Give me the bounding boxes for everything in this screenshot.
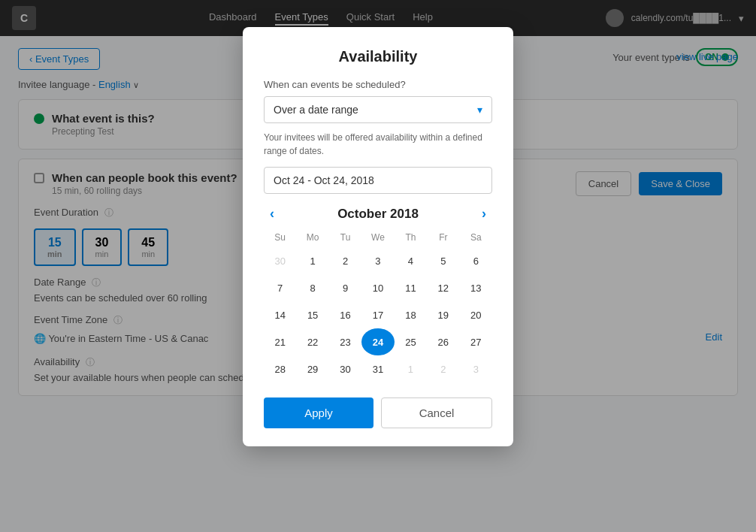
calendar-day[interactable]: 30 [329, 355, 361, 382]
modal-cancel-button[interactable]: Cancel [381, 397, 492, 428]
calendar-day[interactable]: 7 [264, 274, 296, 301]
chevron-down-icon: ▾ [477, 104, 482, 116]
calendar-day[interactable]: 23 [329, 328, 361, 355]
calendar-day[interactable]: 19 [427, 301, 459, 328]
weekday-label: Mo [296, 229, 328, 247]
calendar-grid: SuMoTuWeThFrSa 3012345678910111213141516… [264, 229, 492, 382]
modal-title: Availability [264, 48, 492, 65]
prev-month-button[interactable]: ‹ [264, 206, 280, 222]
modal-question: When can events be scheduled? [264, 79, 492, 90]
calendar-month: October 2018 [337, 207, 419, 222]
calendar-day[interactable]: 21 [264, 328, 296, 355]
calendar-day[interactable]: 6 [460, 247, 492, 274]
calendar-day[interactable]: 4 [395, 247, 427, 274]
weekday-label: Su [264, 229, 296, 247]
date-range-input[interactable] [264, 167, 492, 194]
calendar-day[interactable]: 1 [395, 355, 427, 382]
availability-modal: Availability When can events be schedule… [243, 27, 513, 446]
calendar-day[interactable]: 18 [395, 301, 427, 328]
calendar-day[interactable]: 26 [427, 328, 459, 355]
weekday-label: We [361, 229, 394, 247]
calendar-day[interactable]: 20 [460, 301, 492, 328]
calendar-day[interactable]: 3 [361, 247, 394, 274]
apply-button[interactable]: Apply [264, 397, 373, 428]
calendar-day[interactable]: 12 [427, 274, 459, 301]
modal-actions: Apply Cancel [264, 397, 492, 428]
calendar-day[interactable]: 24 [361, 328, 394, 355]
calendar-day[interactable]: 15 [296, 301, 328, 328]
weekday-label: Tu [329, 229, 361, 247]
calendar-day[interactable]: 17 [361, 301, 394, 328]
modal-info-text: Your invitees will be offered availabili… [264, 131, 492, 158]
next-month-button[interactable]: › [476, 206, 492, 222]
calendar-day[interactable]: 5 [427, 247, 459, 274]
calendar-day[interactable]: 8 [296, 274, 328, 301]
calendar-day[interactable]: 31 [361, 355, 394, 382]
calendar-day[interactable]: 3 [460, 355, 492, 382]
calendar-day[interactable]: 13 [460, 274, 492, 301]
calendar-day[interactable]: 10 [361, 274, 394, 301]
calendar-header: ‹ October 2018 › [264, 206, 492, 222]
calendar-day[interactable]: 16 [329, 301, 361, 328]
calendar-day[interactable]: 22 [296, 328, 328, 355]
calendar-day[interactable]: 29 [296, 355, 328, 382]
calendar-day[interactable]: 2 [329, 247, 361, 274]
schedule-type-dropdown[interactable]: Over a date range ▾ [264, 96, 492, 123]
calendar-day[interactable]: 9 [329, 274, 361, 301]
calendar-day[interactable]: 25 [395, 328, 427, 355]
calendar-day[interactable]: 30 [264, 247, 296, 274]
calendar-day[interactable]: 1 [296, 247, 328, 274]
calendar-day[interactable]: 11 [395, 274, 427, 301]
calendar: ‹ October 2018 › SuMoTuWeThFrSa 30123456… [264, 206, 492, 382]
weekday-label: Fr [427, 229, 459, 247]
weekday-label: Sa [460, 229, 492, 247]
calendar-day[interactable]: 2 [427, 355, 459, 382]
weekday-label: Th [395, 229, 427, 247]
calendar-day[interactable]: 28 [264, 355, 296, 382]
calendar-day[interactable]: 27 [460, 328, 492, 355]
calendar-day[interactable]: 14 [264, 301, 296, 328]
dropdown-value: Over a date range [274, 104, 358, 116]
